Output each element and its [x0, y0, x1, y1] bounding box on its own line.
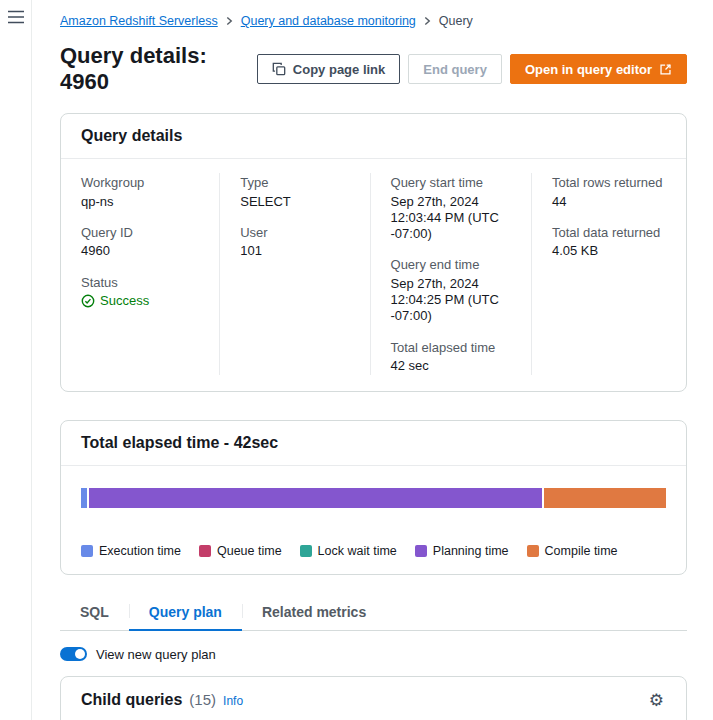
field-value: SELECT — [240, 194, 351, 210]
legend-item-queue-time[interactable]: Queue time — [199, 544, 282, 558]
legend-label: Lock wait time — [318, 544, 397, 558]
chart-legend: Execution time Queue time Lock wait time… — [81, 544, 666, 558]
main-content: Amazon Redshift Serverless Query and dat… — [33, 0, 713, 720]
elapsed-time-chart: Execution time Queue time Lock wait time… — [61, 466, 686, 574]
legend-item-compile-time[interactable]: Compile time — [527, 544, 618, 558]
field-label: Type — [240, 175, 351, 191]
legend-swatch — [81, 545, 93, 557]
field-value: 4960 — [81, 243, 201, 259]
tab-bar: SQL Query plan Related metrics — [60, 595, 687, 631]
legend-swatch — [300, 545, 312, 557]
field-query-end-time: Query end time Sep 27th, 2024 12:04:25 P… — [391, 257, 513, 324]
field-query-start-time: Query start time Sep 27th, 2024 12:03:44… — [391, 175, 513, 242]
end-query-button[interactable]: End query — [408, 54, 502, 84]
tab-query-plan[interactable]: Query plan — [129, 595, 242, 631]
query-details-grid: Workgroup qp-ns Query ID 4960 Status Suc… — [61, 159, 686, 391]
legend-label: Compile time — [545, 544, 618, 558]
child-queries-title: Child queries — [81, 691, 182, 709]
breadcrumb-current: Query — [439, 14, 473, 28]
end-query-label: End query — [423, 62, 487, 77]
page-title: Query details: 4960 — [60, 43, 257, 95]
field-label: Status — [81, 275, 201, 291]
external-link-icon — [659, 63, 672, 76]
field-label: Total data returned — [552, 225, 668, 241]
field-workgroup: Workgroup qp-ns — [81, 175, 201, 210]
toggle-row: View new query plan — [60, 647, 687, 662]
success-check-icon — [81, 294, 95, 308]
open-in-query-editor-button[interactable]: Open in query editor — [510, 54, 687, 84]
field-label: Query end time — [391, 257, 513, 273]
field-value: 101 — [240, 243, 351, 259]
info-link[interactable]: Info — [223, 694, 243, 708]
field-value: 4.05 KB — [552, 243, 668, 259]
field-user: User 101 — [240, 225, 351, 260]
field-value: Sep 27th, 2024 12:03:44 PM (UTC -07:00) — [391, 194, 513, 243]
field-total-data-returned: Total data returned 4.05 KB — [552, 225, 668, 260]
page-header: Query details: 4960 Copy page link End q… — [60, 43, 687, 95]
chevron-right-icon — [424, 16, 431, 26]
field-query-id: Query ID 4960 — [81, 225, 201, 260]
copy-page-link-label: Copy page link — [293, 62, 385, 77]
breadcrumb-link-query-monitoring[interactable]: Query and database monitoring — [241, 14, 416, 28]
field-label: Workgroup — [81, 175, 201, 191]
field-value: 44 — [552, 194, 668, 210]
elapsed-time-title: Total elapsed time - 42sec — [81, 434, 278, 452]
field-value: qp-ns — [81, 194, 201, 210]
tab-sql[interactable]: SQL — [60, 595, 129, 631]
hamburger-icon — [7, 10, 25, 24]
query-details-card-header: Query details — [61, 114, 686, 159]
legend-swatch — [199, 545, 211, 557]
breadcrumb-link-redshift-serverless[interactable]: Amazon Redshift Serverless — [60, 14, 218, 28]
child-queries-card: Child queries (15) Info ⚙ Child query se… — [60, 676, 687, 720]
legend-label: Planning time — [433, 544, 509, 558]
side-nav-rail — [0, 0, 32, 720]
child-queries-count: (15) — [189, 691, 216, 708]
field-label: User — [240, 225, 351, 241]
query-details-column: Type SELECT User 101 — [219, 173, 369, 375]
field-total-elapsed-time: Total elapsed time 42 sec — [391, 340, 513, 375]
query-details-title: Query details — [81, 127, 182, 145]
header-actions: Copy page link End query Open in query e… — [257, 54, 687, 84]
chevron-right-icon — [226, 16, 233, 26]
field-type: Type SELECT — [240, 175, 351, 210]
bar-segment-planning-time — [89, 488, 542, 508]
toggle-label: View new query plan — [96, 647, 216, 662]
legend-label: Queue time — [217, 544, 282, 558]
field-label: Total rows returned — [552, 175, 668, 191]
query-details-column: Workgroup qp-ns Query ID 4960 Status Suc… — [61, 173, 219, 375]
legend-item-planning-time[interactable]: Planning time — [415, 544, 509, 558]
status-text: Success — [100, 293, 149, 309]
field-status: Status Success — [81, 275, 201, 310]
field-value: 42 sec — [391, 358, 513, 374]
query-details-column: Query start time Sep 27th, 2024 12:03:44… — [370, 173, 531, 375]
toggle-knob — [75, 649, 85, 659]
field-label: Query start time — [391, 175, 513, 191]
child-queries-title-group: Child queries (15) Info — [81, 691, 243, 709]
elapsed-time-card-header: Total elapsed time - 42sec — [61, 421, 686, 466]
field-label: Query ID — [81, 225, 201, 241]
status-badge: Success — [81, 293, 201, 309]
menu-button[interactable] — [0, 0, 32, 37]
copy-page-link-button[interactable]: Copy page link — [257, 54, 400, 84]
legend-swatch — [415, 545, 427, 557]
legend-swatch — [527, 545, 539, 557]
tab-related-metrics[interactable]: Related metrics — [242, 595, 386, 631]
field-label: Total elapsed time — [391, 340, 513, 356]
copy-icon — [272, 62, 286, 76]
legend-item-lock-wait-time[interactable]: Lock wait time — [300, 544, 397, 558]
bar-segment-execution-time — [81, 488, 87, 508]
table-settings-button[interactable]: ⚙ — [647, 690, 666, 711]
query-details-column: Total rows returned 44 Total data return… — [531, 173, 686, 375]
elapsed-time-card: Total elapsed time - 42sec Execution tim… — [60, 420, 687, 575]
legend-label: Execution time — [99, 544, 181, 558]
legend-item-execution-time[interactable]: Execution time — [81, 544, 181, 558]
bar-segment-compile-time — [544, 488, 666, 508]
query-details-card: Query details Workgroup qp-ns Query ID 4… — [60, 113, 687, 392]
open-in-query-editor-label: Open in query editor — [525, 62, 652, 77]
view-new-query-plan-toggle[interactable] — [60, 647, 87, 661]
breadcrumb: Amazon Redshift Serverless Query and dat… — [60, 14, 687, 28]
child-queries-card-header: Child queries (15) Info ⚙ — [61, 677, 686, 720]
field-value: Sep 27th, 2024 12:04:25 PM (UTC -07:00) — [391, 276, 513, 325]
elapsed-time-stacked-bar — [81, 488, 666, 508]
gear-icon: ⚙ — [649, 691, 664, 710]
